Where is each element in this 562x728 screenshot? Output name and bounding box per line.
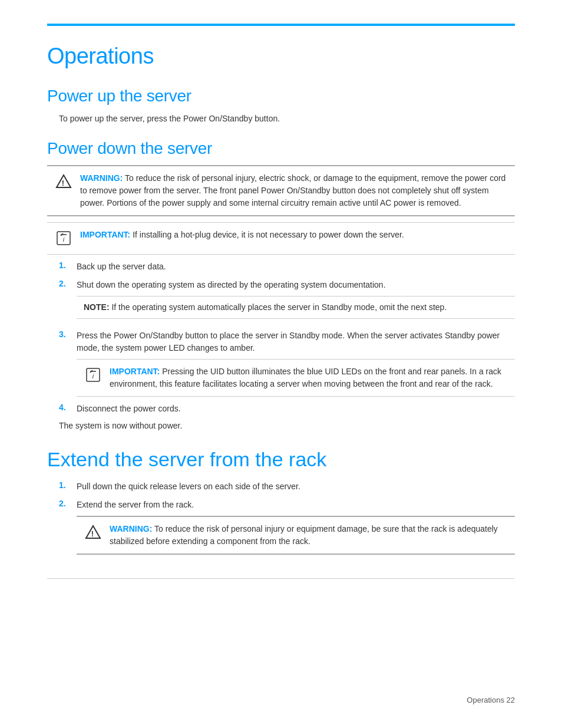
step-er-2-num: 2.: [59, 499, 77, 508]
svg-text:!: !: [62, 179, 64, 187]
important-box-2: i IMPORTANT: Pressing the UID button ill…: [77, 359, 515, 397]
warning-icon-2: !: [85, 524, 101, 544]
step-er-2: 2. Extend the server from the rack. ! WA…: [59, 499, 515, 555]
important-content-1: If installing a hot-plug device, it is n…: [133, 230, 404, 239]
footer-divider: [47, 578, 515, 579]
step-pd-4-num: 4.: [59, 403, 77, 412]
svg-text:!: !: [91, 529, 94, 538]
step-pd-2-content: Shut down the operating system as direct…: [77, 279, 515, 324]
important-box-1: i IMPORTANT: If installing a hot-plug de…: [47, 222, 515, 255]
warning-content-2: To reduce the risk of personal injury or…: [110, 524, 498, 546]
step-er-1: 1. Pull down the quick release levers on…: [59, 480, 515, 493]
note-content-1: If the operating system automatically pl…: [111, 302, 447, 312]
warning-box-2: ! WARNING: To reduce the risk of persona…: [77, 516, 515, 555]
important-text-2: IMPORTANT: Pressing the UID button illum…: [110, 365, 507, 390]
step-pd-1-content: Back up the server data.: [77, 261, 515, 273]
note-label-1: NOTE:: [84, 302, 110, 312]
step-pd-4: 4. Disconnect the power cords.: [59, 403, 515, 415]
power-down-steps: 1. Back up the server data. 2. Shut down…: [59, 261, 515, 415]
page-title: Operations: [47, 44, 515, 69]
note-box-1: NOTE: If the operating system automatica…: [77, 296, 515, 319]
section-title-extend-rack: Extend the server from the rack: [47, 448, 515, 471]
warning-box-1: ! WARNING: To reduce the risk of persona…: [47, 165, 515, 216]
important-content-2: Pressing the UID button illuminates the …: [110, 367, 501, 388]
step-pd-3: 3. Press the Power On/Standby button to …: [59, 330, 515, 397]
step-er-1-num: 1.: [59, 480, 77, 490]
svg-text:i: i: [63, 236, 65, 243]
section-title-power-up: Power up the server: [47, 87, 515, 106]
step-pd-2: 2. Shut down the operating system as dir…: [59, 279, 515, 324]
warning-text-1: WARNING: To reduce the risk of personal …: [80, 172, 507, 209]
step-pd-2-num: 2.: [59, 279, 77, 288]
step-er-1-content: Pull down the quick release levers on ea…: [77, 480, 515, 493]
section-title-power-down: Power down the server: [47, 139, 515, 158]
important-icon-2: i: [85, 367, 101, 387]
power-up-intro: To power up the server, press the Power …: [59, 113, 515, 125]
extend-rack-steps: 1. Pull down the quick release levers on…: [59, 480, 515, 555]
important-label-1: IMPORTANT:: [80, 230, 130, 239]
warning-label-2: WARNING:: [110, 524, 152, 533]
top-border: [47, 24, 515, 26]
step-pd-1: 1. Back up the server data.: [59, 261, 515, 273]
footer: Operations 22: [467, 696, 515, 704]
step-pd-3-content: Press the Power On/Standby button to pla…: [77, 330, 515, 397]
step-pd-4-content: Disconnect the power cords.: [77, 403, 515, 415]
svg-text:i: i: [92, 373, 94, 380]
footer-label: Operations: [467, 696, 504, 704]
footer-page: 22: [507, 696, 515, 704]
warning-text-2: WARNING: To reduce the risk of personal …: [110, 523, 507, 548]
system-status: The system is now without power.: [59, 421, 515, 430]
warning-content-1: To reduce the risk of personal injury, e…: [80, 173, 505, 207]
step-pd-1-num: 1.: [59, 261, 77, 270]
important-text-1: IMPORTANT: If installing a hot-plug devi…: [80, 229, 404, 241]
important-label-2: IMPORTANT:: [110, 367, 160, 376]
warning-label-1: WARNING:: [80, 173, 123, 183]
important-icon-1: i: [55, 230, 72, 248]
step-er-2-content: Extend the server from the rack. ! WARNI…: [77, 499, 515, 555]
page: Operations Power up the server To power …: [0, 0, 562, 728]
step-pd-3-num: 3.: [59, 330, 77, 339]
warning-icon-1: !: [55, 173, 72, 192]
